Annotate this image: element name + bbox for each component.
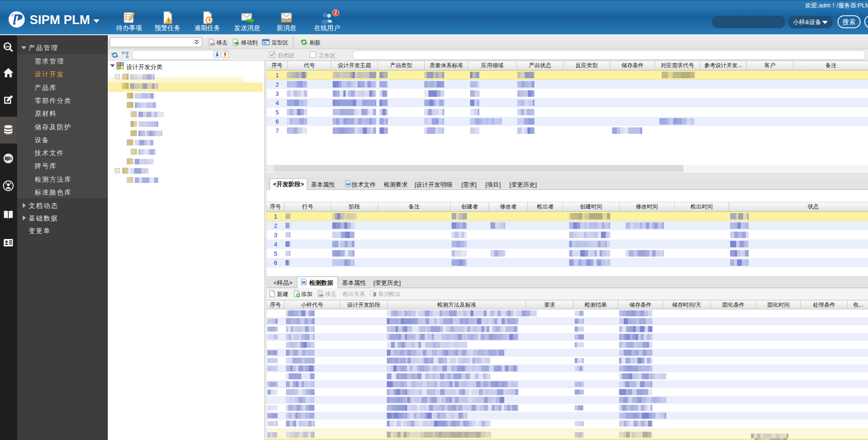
svg-text:SIPM: SIPM: [4, 45, 11, 48]
